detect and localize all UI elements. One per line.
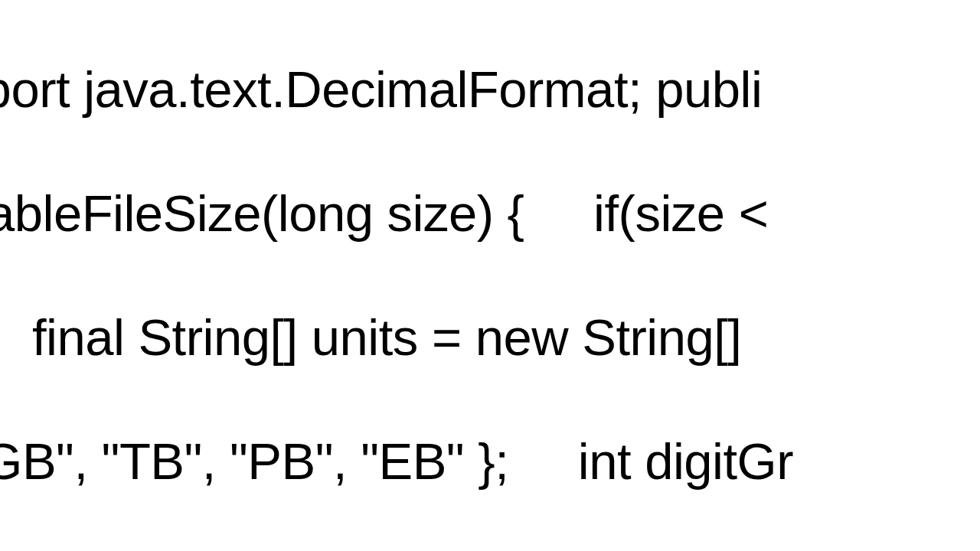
text-line-1: r 1: import java.text.DecimalFormat; pub… — [0, 58, 793, 120]
text-line-4: MB", "GB", "TB", "PB", "EB" }; int digit… — [0, 430, 793, 492]
code-text-block: r 1: import java.text.DecimalFormat; pub… — [0, 0, 793, 551]
text-line-3: n "0"; final String[] units = new String… — [0, 306, 793, 368]
text-line-2: g readableFileSize(long size) { if(size … — [0, 182, 793, 244]
